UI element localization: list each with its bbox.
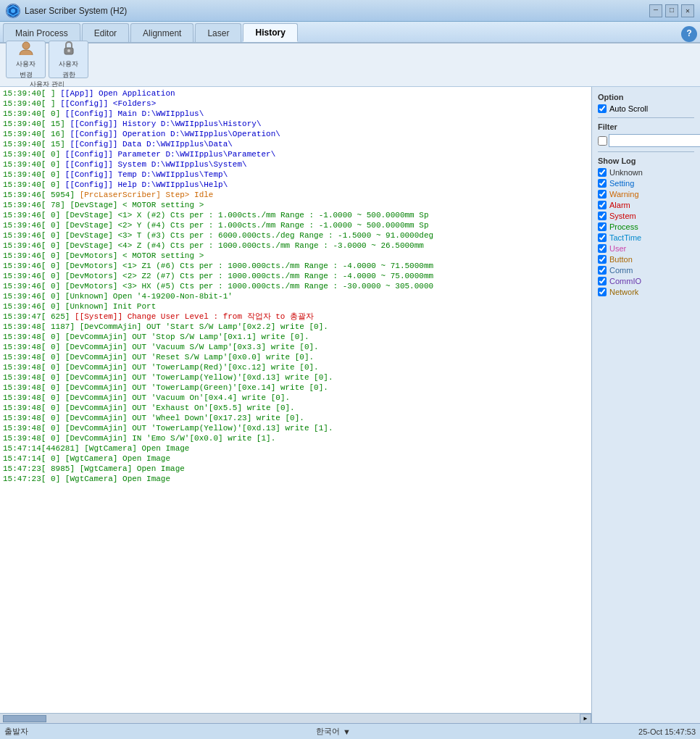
log-line: 15:39:48[ 0] [DevCommAjin] OUT 'Reset S/… xyxy=(3,352,588,362)
status-exit: 출발자 xyxy=(4,726,28,737)
filter-label-tacttime: TactTime xyxy=(609,233,641,242)
log-line: 15:39:48[ 0] [DevCommAjin] OUT 'TowerLam… xyxy=(3,383,588,393)
log-line: 15:39:48[ 0] [DevCommAjin] IN 'Emo S/W'[… xyxy=(3,433,588,443)
change-user-label1: 사용자 xyxy=(16,59,36,69)
tab-laser[interactable]: Laser xyxy=(195,23,241,42)
filter-item-commio: CommIO xyxy=(598,277,694,285)
option-title: Option xyxy=(598,93,694,101)
log-line: 15:39:40[ 0] [[Config]] Help D:\WWIIpplu… xyxy=(3,180,588,190)
filter-item-button: Button xyxy=(598,255,694,264)
log-line: 15:39:40[ ] [[Config]] <Folders> xyxy=(3,99,588,109)
log-line: 15:39:48[ 0] [DevCommAjin] OUT 'Wheel Do… xyxy=(3,413,588,423)
user-auth-button[interactable]: 사용자 권한 xyxy=(49,41,88,78)
main-content: 15:39:40[ ] [[App]] Open Application15:3… xyxy=(0,87,700,723)
exit-label: 출발자 xyxy=(4,726,28,737)
filter-input[interactable] xyxy=(609,134,700,147)
maximize-button[interactable]: □ xyxy=(665,4,678,17)
change-user-button[interactable]: 사용자 변경 xyxy=(6,41,46,78)
user-icon xyxy=(16,39,36,58)
log-line: 15:47:23[ 0] [WgtCamera] Open Image xyxy=(3,474,588,484)
close-button[interactable]: ✕ xyxy=(681,4,694,17)
log-line: 15:39:40[ 0] [[Config]] Temp D:\WWIIpplu… xyxy=(3,170,588,180)
auto-scroll-row: Auto Scroll xyxy=(598,104,694,113)
log-line: 15:39:46[ 0] [DevStage] <3> T (#3) Cts p… xyxy=(3,230,588,241)
filter-label-warning: Warning xyxy=(609,190,639,199)
filter-label-network: Network xyxy=(609,288,638,296)
log-line: 15:39:46[ 0] [DevStage] <1> X (#2) Cts p… xyxy=(3,210,588,220)
log-line: 15:39:40[ 15] [[Config]] Data D:\WWIIppl… xyxy=(3,139,588,149)
log-line: 15:39:40[ 0] [[Config]] Main D:\WWIIpplu… xyxy=(3,109,588,119)
svg-point-2 xyxy=(11,9,15,13)
log-line: 15:39:46[ 5954] [PrcLaserScriber] Step> … xyxy=(3,190,588,200)
log-line: 15:39:46[ 0] [Unknown] Init Port xyxy=(3,301,588,312)
tab-editor[interactable]: Editor xyxy=(82,23,129,42)
user-auth-label1: 사용자 xyxy=(59,59,78,69)
filter-checkbox[interactable] xyxy=(598,136,607,146)
filter-checkbox-user[interactable] xyxy=(598,244,607,253)
filter-checkbox-commio[interactable] xyxy=(598,277,607,285)
log-line: 15:39:40[ 15] [[Config]] History D:\WWII… xyxy=(3,119,588,129)
filter-checkbox-alarm[interactable] xyxy=(598,201,607,209)
filter-item-comm: Comm xyxy=(598,266,694,275)
log-line: 15:39:40[ 0] [[Config]] System D:\WWIIpp… xyxy=(3,159,588,170)
filter-item-system: System xyxy=(598,212,694,220)
filter-item-setting: Setting xyxy=(598,179,694,188)
filter-checkbox-tacttime[interactable] xyxy=(598,233,607,242)
log-line: 15:47:23[ 8985] [WgtCamera] Open Image xyxy=(3,464,588,474)
tab-alignment[interactable]: Alignment xyxy=(130,23,193,42)
log-line: 15:39:46[ 0] [DevMotors] < MOTOR setting… xyxy=(3,251,588,261)
filter-label-system: System xyxy=(609,212,636,220)
status-lang: 한국어 ▼ xyxy=(316,726,351,737)
filter-checkbox-system[interactable] xyxy=(598,212,607,220)
help-button[interactable]: ? xyxy=(681,26,697,42)
change-user-label2: 변경 xyxy=(20,70,33,80)
filter-label-button: Button xyxy=(609,255,633,264)
log-line: 15:39:46[ 0] [DevMotors] <1> Z1 (#6) Cts… xyxy=(3,261,588,271)
log-line: 15:39:46[ 0] [DevMotors] <3> HX (#5) Cts… xyxy=(3,281,588,291)
log-line: 15:47:14[ 0] [WgtCamera] Open Image xyxy=(3,454,588,464)
svg-point-3 xyxy=(22,42,30,49)
scroll-thumb[interactable] xyxy=(3,715,46,722)
title-controls[interactable]: ─ □ ✕ xyxy=(649,4,694,17)
horizontal-scrollbar[interactable]: ▶ xyxy=(0,713,591,723)
filter-checkbox-process[interactable] xyxy=(598,222,607,231)
tab-history[interactable]: History xyxy=(243,23,297,42)
svg-point-5 xyxy=(67,49,70,52)
app-title: Laser Scriber System (H2) xyxy=(25,6,127,16)
status-bar: 출발자 한국어 ▼ 25-Oct 15:47:53 xyxy=(0,723,700,739)
log-line: 15:39:40[ 16] [[Config]] Operation D:\WW… xyxy=(3,129,588,139)
filter-label-user: User xyxy=(609,244,626,253)
log-line: 15:39:48[ 0] [DevCommAjin] OUT 'Exhaust … xyxy=(3,403,588,413)
lock-icon xyxy=(59,39,79,58)
filter-item-network: Network xyxy=(598,288,694,296)
tab-bar: Main Process Editor Alignment Laser Hist… xyxy=(0,22,700,43)
filter-item-unknown: Unknown xyxy=(598,168,694,177)
log-area[interactable]: 15:39:40[ ] [[App]] Open Application15:3… xyxy=(0,87,591,713)
filter-label-alarm: Alarm xyxy=(609,201,630,209)
log-line: 15:39:40[ 0] [[Config]] Parameter D:\WWI… xyxy=(3,149,588,159)
title-bar-left: Laser Scriber System (H2) xyxy=(6,4,127,18)
filter-checkbox-warning[interactable] xyxy=(598,190,607,199)
lang-dropdown-icon[interactable]: ▼ xyxy=(343,727,351,736)
filter-label-setting: Setting xyxy=(609,179,634,188)
toolbar: 사용자 변경 사용자 권한 사용자 관리 xyxy=(0,43,700,87)
filter-checkbox-button[interactable] xyxy=(598,255,607,264)
title-bar: Laser Scriber System (H2) ─ □ ✕ xyxy=(0,0,700,22)
minimize-button[interactable]: ─ xyxy=(649,4,662,17)
log-line: 15:39:48[ 0] [DevCommAjin] OUT 'Stop S/W… xyxy=(3,332,588,342)
filter-checkbox-comm[interactable] xyxy=(598,266,607,275)
filter-label-commio: CommIO xyxy=(609,277,641,285)
filter-row xyxy=(598,134,694,147)
filter-item-alarm: Alarm xyxy=(598,201,694,209)
status-datetime: 25-Oct 15:47:53 xyxy=(638,727,696,736)
log-line: 15:39:48[ 0] [DevCommAjin] OUT 'TowerLam… xyxy=(3,372,588,383)
log-line: 15:39:48[ 0] [DevCommAjin] OUT 'Vacuum O… xyxy=(3,393,588,403)
filter-checkbox-unknown[interactable] xyxy=(598,168,607,177)
filter-checkbox-network[interactable] xyxy=(598,288,607,296)
scroll-right-button[interactable]: ▶ xyxy=(580,714,591,724)
filter-checkbox-setting[interactable] xyxy=(598,179,607,188)
log-line: 15:39:46[ 78] [DevStage] < MOTOR setting… xyxy=(3,200,588,210)
auto-scroll-checkbox[interactable] xyxy=(598,104,607,113)
log-line: 15:39:46[ 0] [DevMotors] <2> Z2 (#7) Cts… xyxy=(3,271,588,281)
lang-label: 한국어 xyxy=(316,726,340,737)
